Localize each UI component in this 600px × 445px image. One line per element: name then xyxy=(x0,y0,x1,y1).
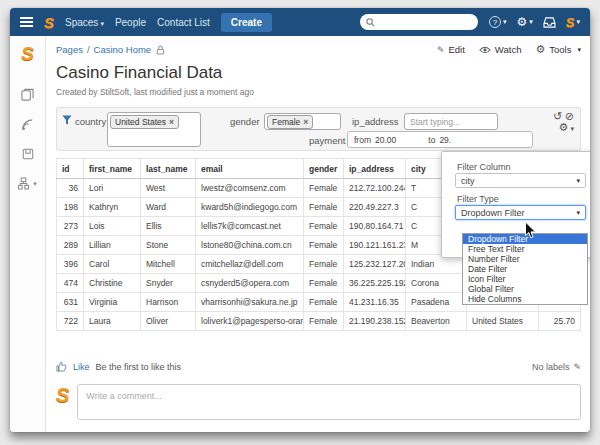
cell-id: 36 xyxy=(57,179,84,198)
search-box[interactable] xyxy=(360,14,478,30)
space-tools-menu[interactable]: ▾ xyxy=(18,177,37,190)
cell-gender: Female xyxy=(304,255,344,274)
edit-labels-icon[interactable]: ✎ xyxy=(573,362,581,372)
top-navigation: S Spaces▾ People Contact List Create ?▾ … xyxy=(10,8,590,36)
cell-gender: Female xyxy=(304,312,344,331)
stiltsoft-logo-icon[interactable]: S xyxy=(44,15,54,30)
filter-type-option[interactable]: Free Text Filter xyxy=(463,244,587,254)
cell-last_name: Ellis xyxy=(141,217,196,236)
cell-email: cmitchellaz@dell.com xyxy=(196,255,304,274)
eye-icon xyxy=(479,46,491,54)
filter-settings-popup: Filter Column city▾ Filter Type Dropdown… xyxy=(441,151,590,258)
cell-city: Corona xyxy=(406,274,467,293)
user-menu[interactable]: S▾ xyxy=(566,15,580,30)
table-row: 722LauraOliverloliverk1@pagesperso-orang… xyxy=(57,312,581,331)
space-sidebar: S ▾ xyxy=(10,36,46,432)
nav-spaces[interactable]: Spaces▾ xyxy=(65,17,104,28)
filter-type-option[interactable]: Number Filter xyxy=(463,254,587,264)
cell-ip_address: 190.121.161.232 xyxy=(344,236,406,255)
payment-range-filter[interactable]: from 20.00 to 29. xyxy=(347,131,533,148)
gear-icon: ⚙ xyxy=(535,44,545,55)
notifications-tray-icon[interactable] xyxy=(543,17,556,28)
help-menu[interactable]: ?▾ xyxy=(489,16,507,28)
hamburger-menu-icon[interactable] xyxy=(20,17,33,27)
blog-rss-icon[interactable] xyxy=(21,118,34,131)
nav-contact-list[interactable]: Contact List xyxy=(157,17,210,28)
edit-button[interactable]: ✎Edit xyxy=(437,44,465,55)
admin-menu[interactable]: ⚙▾ xyxy=(517,16,533,28)
cell-id: 631 xyxy=(57,293,84,312)
nav-people[interactable]: People xyxy=(115,17,146,28)
remove-chip-icon[interactable]: × xyxy=(169,117,174,127)
create-button[interactable]: Create xyxy=(221,13,272,32)
no-labels-text: No labels xyxy=(532,362,570,372)
column-header-first_name[interactable]: first_name xyxy=(84,159,141,179)
thumbs-up-icon[interactable] xyxy=(56,361,67,372)
remove-chip-icon[interactable]: × xyxy=(303,117,308,127)
cell-gender: Female xyxy=(304,236,344,255)
filter-column-select[interactable]: city▾ xyxy=(455,173,586,188)
cell-last_name: Oliver xyxy=(141,312,196,331)
saved-content-icon[interactable] xyxy=(22,148,34,160)
column-header-last_name[interactable]: last_name xyxy=(141,159,196,179)
payment-from-label: from xyxy=(354,135,371,145)
cell-ip_address: 41.231.16.35 xyxy=(344,293,406,312)
payment-from-value[interactable]: 20.00 xyxy=(375,135,396,145)
cell-ip_address: 190.80.164.71 xyxy=(344,217,406,236)
filter-settings-gear-icon[interactable]: ⚙▾ xyxy=(559,121,574,133)
cell-email: kward5h@indiegogo.com xyxy=(196,198,304,217)
tools-menu[interactable]: ⚙Tools▾ xyxy=(535,44,581,55)
cell-last_name: West xyxy=(141,179,196,198)
filter-type-select[interactable]: Dropdown Filter▾ xyxy=(455,205,586,220)
like-button[interactable]: Like xyxy=(73,362,90,372)
cell-email: vharrisonhi@sakura.ne.jp xyxy=(196,293,304,312)
gender-filter-chip[interactable]: Female× xyxy=(267,115,313,129)
cell-email: lellis7k@comcast.net xyxy=(196,217,304,236)
like-hint: Be the first to like this xyxy=(96,362,182,372)
ip-address-filter-input[interactable] xyxy=(404,113,498,130)
space-tools-icon xyxy=(18,177,29,190)
cell-last_name: Harrison xyxy=(141,293,196,312)
comment-avatar: S xyxy=(56,384,69,407)
restrictions-lock-icon[interactable] xyxy=(156,45,165,55)
country-filter-select[interactable]: United States× xyxy=(107,112,201,147)
filter-type-option[interactable]: Global Filter xyxy=(463,284,587,294)
gear-icon: ⚙ xyxy=(517,16,528,28)
chevron-down-icon: ▾ xyxy=(576,18,580,26)
gender-filter-select[interactable]: Female× xyxy=(264,113,341,130)
cell-first_name: Laura xyxy=(84,312,141,331)
filter-type-option[interactable]: Date Filter xyxy=(463,264,587,274)
filter-label-country: country xyxy=(75,116,106,127)
breadcrumb: Pages / Casino Home ✎Edit Watch ⚙Tools▾ xyxy=(56,44,581,55)
space-logo-icon[interactable]: S xyxy=(21,44,34,63)
column-header-ip_address[interactable]: ip_address xyxy=(344,159,406,179)
breadcrumb-casino-home[interactable]: Casino Home xyxy=(94,44,152,55)
country-filter-chip[interactable]: United States× xyxy=(110,115,179,129)
comment-section: S xyxy=(56,384,581,420)
filter-type-option[interactable]: Icon Filter xyxy=(463,274,587,284)
column-header-email[interactable]: email xyxy=(196,159,304,179)
breadcrumb-pages[interactable]: Pages xyxy=(56,44,83,55)
cell-id: 273 xyxy=(57,217,84,236)
pencil-icon: ✎ xyxy=(437,45,445,55)
chevron-down-icon: ▾ xyxy=(576,177,580,185)
mouse-cursor xyxy=(524,221,537,240)
filter-column-label: Filter Column xyxy=(457,162,511,172)
column-header-id[interactable]: id xyxy=(57,159,84,179)
search-icon xyxy=(366,18,375,27)
comment-input[interactable] xyxy=(77,384,581,420)
table-filter-panel: country United States× gender Female× ip… xyxy=(56,107,581,151)
column-header-gender[interactable]: gender xyxy=(304,159,344,179)
like-section: Like Be the first to like this No labels… xyxy=(56,361,581,372)
pages-icon[interactable] xyxy=(21,88,34,101)
user-avatar: S xyxy=(566,15,575,30)
filter-type-option[interactable]: Hide Columns xyxy=(463,294,587,304)
payment-to-value[interactable]: 29. xyxy=(439,135,451,145)
watch-button[interactable]: Watch xyxy=(479,44,522,55)
cell-city: Beaverton xyxy=(406,312,467,331)
help-icon: ? xyxy=(489,16,501,28)
cell-first_name: Christine xyxy=(84,274,141,293)
chevron-down-icon: ▾ xyxy=(570,125,574,132)
cell-last_name: Snyder xyxy=(141,274,196,293)
cell-ip_address: 220.49.227.3 xyxy=(344,198,406,217)
